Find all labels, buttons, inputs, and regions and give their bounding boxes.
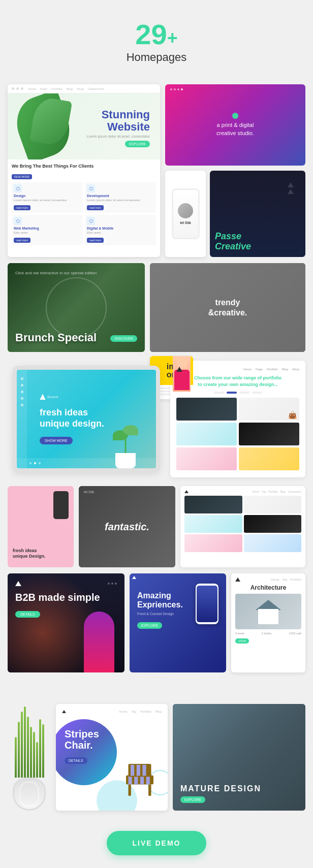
- row-5: B2B made simple DETAILS Amazing Exprienc…: [8, 573, 305, 672]
- mature-title: MATURE DESIGN: [180, 784, 261, 793]
- port-tab-4[interactable]: [252, 392, 262, 394]
- top-nav: HomePagePortfolioBlogShopClassrooms: [8, 84, 160, 93]
- stunning-text-area: Stunning Website Lorem ipsum dolor sit a…: [87, 109, 150, 147]
- port-tab-1[interactable]: [214, 392, 224, 394]
- stunning-title: Stunning Website: [87, 109, 150, 133]
- port-item-5[interactable]: [176, 447, 237, 470]
- sp-item-2[interactable]: [244, 496, 302, 513]
- port-item-3[interactable]: [176, 423, 237, 445]
- b2b-dots: [108, 583, 117, 585]
- brunch-btn[interactable]: DISCOVER: [110, 335, 137, 342]
- tablet-logo: Brand: [40, 394, 146, 400]
- port-item-1[interactable]: [176, 398, 237, 421]
- arch-btn[interactable]: VIEW: [235, 638, 249, 644]
- card-architecture[interactable]: Home Tag Portfolio Architecture 3 beds 2…: [231, 573, 305, 672]
- b2b-btn[interactable]: DETAILS: [15, 611, 40, 618]
- port-item-6[interactable]: [239, 447, 299, 470]
- tablet-btn[interactable]: SHOW MORE: [40, 437, 73, 444]
- row-2-right: trendy &creative. imon: [150, 263, 305, 352]
- trendy-text: trendy &creative.: [208, 298, 247, 317]
- back-stripe-2: [137, 765, 140, 776]
- live-demo-button[interactable]: LIVE DEMO: [107, 831, 206, 855]
- dev-icon: [87, 184, 95, 192]
- card-passe-creative[interactable]: Passe Creative: [210, 171, 305, 257]
- portfolio-title: Choose from our wide range of portfolio …: [176, 375, 299, 388]
- amazing-btn[interactable]: EXPLORE: [137, 622, 162, 629]
- card-trendy-creative[interactable]: trendy &creative.: [150, 263, 305, 352]
- b2b-person-shape: [84, 612, 114, 672]
- card-b2b[interactable]: B2B made simple DETAILS: [8, 573, 124, 672]
- stripes-chair-image: [117, 755, 163, 800]
- sp-item-3[interactable]: [184, 515, 242, 533]
- nav-dot-2: [16, 87, 19, 90]
- chair-svg: [117, 755, 163, 800]
- sp-item-6[interactable]: [244, 534, 302, 552]
- back-stripe-3: [142, 765, 146, 776]
- pink-text: fresh ideasunique Design.: [13, 548, 46, 560]
- card-stripes[interactable]: Home Tag Portfolio Blog Stripes Chair. D…: [56, 704, 168, 811]
- amazing-title: Amazing Expriences.: [137, 591, 218, 609]
- tri-shape-1: [288, 182, 294, 187]
- card-brunch-special[interactable]: Click and eat interactive in our special…: [8, 263, 145, 352]
- dev-more[interactable]: read more: [87, 205, 104, 210]
- card-portfolio-grid-small[interactable]: Home Tag Portfolio Blog Classrooms: [180, 486, 305, 567]
- blade-10: [42, 724, 44, 778]
- stripes-nav-logo-icon: [62, 710, 66, 713]
- plant-vase: [8, 684, 51, 811]
- marketing-title: Web Marketing: [14, 227, 81, 230]
- port-tab-2[interactable]: [227, 392, 237, 394]
- card-amazing[interactable]: Amazing Expriences. Front & Consist Desi…: [130, 573, 226, 672]
- sp-item-5[interactable]: [184, 534, 242, 552]
- sp-item-1[interactable]: [184, 496, 242, 513]
- vase-container: [13, 706, 46, 811]
- row-1: HomePagePortfolioBlogShopClassrooms Stun…: [8, 84, 305, 257]
- arch-nav-2: Tag: [282, 578, 287, 581]
- card-pink-phone[interactable]: fresh ideasunique Design.: [8, 486, 74, 567]
- arch-header: Home Tag Portfolio: [235, 577, 301, 582]
- leg-2: [148, 785, 151, 796]
- card-stunning-website[interactable]: HomePagePortfolioBlogShopClassrooms Stun…: [8, 84, 160, 257]
- imon-head: [177, 359, 187, 369]
- amazing-logo-icon: [132, 576, 136, 579]
- card-fantastic[interactable]: iel Gib fantastic.: [79, 486, 175, 567]
- card-print-digital[interactable]: a print & digital creative studio.: [165, 84, 305, 166]
- digital-more[interactable]: read more: [87, 238, 104, 243]
- arch-info: 3 beds 2 baths 1200 sqft: [235, 632, 301, 635]
- fantastic-label: iel Gib: [84, 490, 94, 494]
- small-port-logo-icon: [184, 490, 189, 493]
- arch-nav-3: Portfolio: [290, 578, 301, 581]
- blade-8: [36, 742, 38, 778]
- arch-title: Architecture: [235, 584, 301, 591]
- homepage-label: Homepages: [10, 51, 303, 64]
- nav-dot-1: [12, 87, 14, 90]
- bottom-dot-1: [29, 462, 32, 464]
- port-nav-page: Page: [256, 368, 263, 371]
- small-port-header: Home Tag Portfolio Blog Classrooms: [184, 490, 301, 493]
- port-item-4[interactable]: [239, 423, 299, 445]
- right-col-1: a print & digital creative studio. iel G…: [165, 84, 305, 257]
- stripes-nav-items: Home Tag Portfolio Blog: [119, 710, 162, 713]
- marketing-more[interactable]: read more: [14, 238, 30, 243]
- arch-image: [235, 594, 301, 629]
- mini-read-btn[interactable]: READ MORE: [12, 174, 32, 179]
- feature-dev: Development Lorem ipsum dolor sit amet c…: [85, 182, 156, 213]
- card-phone-iel[interactable]: iel Gib: [165, 171, 206, 257]
- card-tablet-fresh[interactable]: Brand fresh ideas unique design. SHOW MO…: [8, 366, 165, 472]
- stunning-btn[interactable]: EXPLORE: [125, 141, 150, 147]
- bottom-dot-3: [39, 462, 41, 464]
- card-mature-design[interactable]: MATURE DESIGN EXPLORE: [173, 704, 305, 811]
- passe-decorations: [286, 181, 295, 196]
- port-nav-portfolio: Portfolio: [267, 368, 278, 371]
- stripes-btn[interactable]: DETAILS: [65, 757, 87, 764]
- sp-item-4[interactable]: [244, 515, 302, 533]
- hero-header: 29+ Homepages: [0, 0, 313, 79]
- feature-marketing: Web Marketing Eitur amet read more: [12, 215, 83, 245]
- mature-btn[interactable]: EXPLORE: [180, 796, 205, 803]
- b2b-dot-1: [108, 583, 110, 585]
- sp-nav-5: Classrooms: [288, 490, 301, 493]
- port-tab-3[interactable]: [239, 392, 249, 394]
- b2b-dot-3: [115, 583, 117, 585]
- mature-text: MATURE DESIGN EXPLORE: [180, 784, 261, 803]
- port-item-2[interactable]: 👜: [239, 398, 299, 421]
- design-more[interactable]: read more: [14, 205, 30, 210]
